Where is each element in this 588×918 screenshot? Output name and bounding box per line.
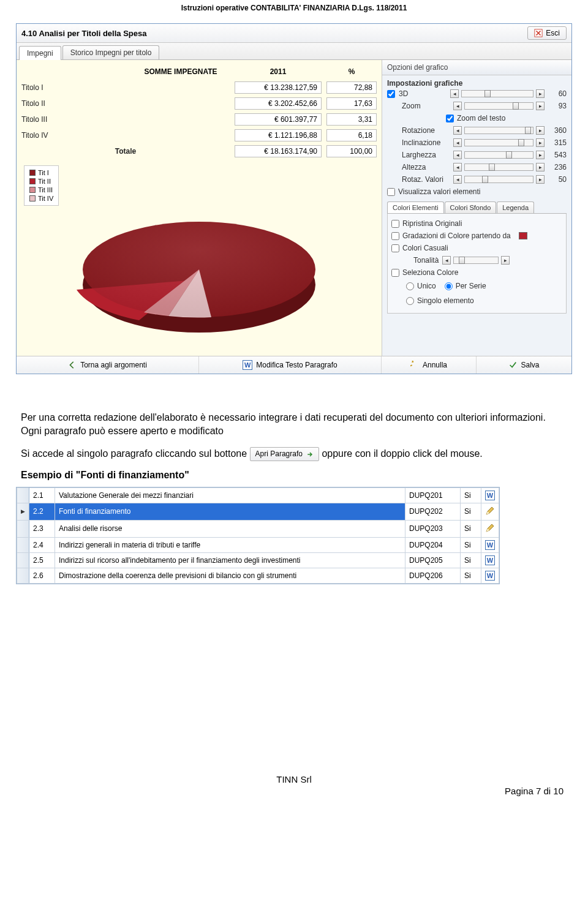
checkbox-visualizza-valori[interactable] xyxy=(387,188,395,196)
checkbox-ripristina[interactable] xyxy=(391,220,399,228)
save-label: Salva xyxy=(521,361,539,369)
row-gutter xyxy=(17,568,29,583)
tab-legenda[interactable]: Legenda xyxy=(497,201,534,213)
cancel-label: Annulla xyxy=(423,361,447,369)
edit-paragraph-button[interactable]: W Modifica Testo Paragrafo xyxy=(199,356,382,374)
value-altezza: 236 xyxy=(548,163,567,171)
value-larghezza: 543 xyxy=(548,151,567,159)
tab-storico[interactable]: Storico Impegni per titolo xyxy=(62,45,160,59)
row-desc: Indirizzi sul ricorso all'indebitamento … xyxy=(55,552,405,568)
checkbox-gradazioni[interactable] xyxy=(391,232,399,240)
table-row[interactable]: 2.3Analisi delle risorseDUPQ203Si xyxy=(17,520,499,537)
col-pct: % xyxy=(324,64,379,80)
col-somme: SOMME IMPEGNATE xyxy=(129,64,232,80)
arrow-left-icon[interactable]: ◂ xyxy=(453,175,462,184)
arrow-left-icon[interactable]: ◂ xyxy=(442,256,451,265)
paragraph-2: Si accede al singolo paragrafo cliccando… xyxy=(21,447,567,461)
slider-tonalita[interactable]: ◂▸ xyxy=(442,256,510,265)
row-icon-cell[interactable] xyxy=(481,503,499,520)
arrow-left-icon[interactable]: ◂ xyxy=(453,138,462,147)
exit-button[interactable]: Esci xyxy=(527,26,567,40)
back-arrow-icon xyxy=(68,361,77,369)
value-rotazione: 360 xyxy=(548,126,567,135)
label-rotazione: Rotazione xyxy=(402,126,450,135)
legend-item: Tit I xyxy=(38,169,49,176)
arrow-left-icon[interactable]: ◂ xyxy=(450,89,459,98)
arrow-left-icon[interactable]: ◂ xyxy=(453,163,462,171)
table-row[interactable]: 2.2Fonti di finanziamentoDUPQ202Si xyxy=(17,503,499,520)
paragraph-1: Per una corretta redazione dell'elaborat… xyxy=(21,411,567,438)
checkbox-seleziona-colore[interactable] xyxy=(391,269,399,277)
save-icon xyxy=(508,361,517,369)
slider-3d[interactable]: ◂▸ xyxy=(450,89,545,98)
color-swatch-icon[interactable] xyxy=(519,232,527,239)
pencil-icon xyxy=(485,506,495,516)
radio-singolo[interactable] xyxy=(406,297,414,305)
arrow-right-icon[interactable]: ▸ xyxy=(536,175,545,184)
tab-impegni[interactable]: Impegni xyxy=(19,46,61,60)
row-label: Titolo I xyxy=(19,80,129,96)
row-si: Si xyxy=(461,552,481,568)
row-icon-cell[interactable] xyxy=(481,520,499,537)
footer-page: Pagina 7 di 10 xyxy=(0,786,588,796)
arrow-right-icon[interactable]: ▸ xyxy=(536,102,545,110)
row-desc: Indirizzi generali in materia di tributi… xyxy=(55,537,405,552)
row-code: DUPQ202 xyxy=(405,503,461,520)
label-altezza: Altezza xyxy=(402,163,450,171)
checkbox-zoom-testo[interactable] xyxy=(446,115,454,122)
slider-altezza[interactable]: ◂▸ xyxy=(453,163,545,171)
row-desc: Valutazione Generale dei mezzi finanziar… xyxy=(55,487,405,503)
table-row[interactable]: 2.4Indirizzi generali in materia di trib… xyxy=(17,537,499,552)
label-per-serie: Per Serie xyxy=(456,282,486,290)
cancel-button[interactable]: Annulla xyxy=(382,356,477,374)
label-seleziona-colore: Seleziona Colore xyxy=(402,268,458,277)
arrow-right-icon[interactable]: ▸ xyxy=(536,126,545,135)
back-button[interactable]: Torna agli argomenti xyxy=(17,356,199,374)
row-pct: 17,63 xyxy=(326,97,377,110)
label-ripristina: Ripristina Originali xyxy=(402,219,462,228)
arrow-right-icon[interactable]: ▸ xyxy=(501,256,510,265)
chart-legend: Tit I Tit II Tit III Tit IV xyxy=(24,165,59,206)
arrow-right-icon[interactable]: ▸ xyxy=(536,138,545,147)
row-icon-cell[interactable]: W xyxy=(481,552,499,568)
arrow-right-icon[interactable]: ▸ xyxy=(536,163,545,171)
radio-per-serie[interactable] xyxy=(445,282,453,290)
checkbox-casuali[interactable] xyxy=(391,244,399,252)
row-value: € 1.121.196,88 xyxy=(235,129,322,141)
save-button[interactable]: Salva xyxy=(477,356,571,374)
row-gutter xyxy=(17,537,29,552)
slider-inclinazione[interactable]: ◂▸ xyxy=(453,138,545,147)
total-pct: 100,00 xyxy=(326,145,377,157)
table-row[interactable]: 2.1Valutazione Generale dei mezzi finanz… xyxy=(17,487,499,503)
arrow-right-icon[interactable]: ▸ xyxy=(536,89,545,98)
tab-colori-elementi[interactable]: Colori Elementi xyxy=(387,201,444,213)
slider-larghezza[interactable]: ◂▸ xyxy=(453,151,545,159)
arrow-left-icon[interactable]: ◂ xyxy=(453,126,462,135)
slider-rotaz-valori[interactable]: ◂▸ xyxy=(453,175,545,184)
arrow-left-icon[interactable]: ◂ xyxy=(453,151,462,159)
row-desc: Analisi delle risorse xyxy=(55,520,405,537)
arrow-right-icon[interactable]: ▸ xyxy=(536,151,545,159)
tab-colori-sfondo[interactable]: Colori Sfondo xyxy=(445,201,497,213)
row-number: 2.6 xyxy=(29,568,55,583)
row-icon-cell[interactable]: W xyxy=(481,487,499,503)
legend-item: Tit IV xyxy=(38,195,53,202)
slider-zoom[interactable]: ◂▸ xyxy=(453,102,545,110)
arrow-left-icon[interactable]: ◂ xyxy=(453,102,462,110)
label-tonalita: Tonalità xyxy=(413,256,439,265)
row-icon-cell[interactable]: W xyxy=(481,537,499,552)
row-icon-cell[interactable]: W xyxy=(481,568,499,583)
row-label: Titolo II xyxy=(19,96,129,111)
app-window: 4.10 Analisi per Titoli della Spesa Esci… xyxy=(16,23,572,374)
word-icon: W xyxy=(485,540,495,550)
checkbox-3d[interactable] xyxy=(387,90,395,98)
table-row[interactable]: 2.6Dimostrazione della coerenza delle pr… xyxy=(17,568,499,583)
radio-unico[interactable] xyxy=(406,282,414,290)
row-number: 2.5 xyxy=(29,552,55,568)
label-3d: 3D xyxy=(399,89,447,98)
slider-rotazione[interactable]: ◂▸ xyxy=(453,126,545,135)
table-row[interactable]: 2.5Indirizzi sul ricorso all'indebitamen… xyxy=(17,552,499,568)
window-titlebar: 4.10 Analisi per Titoli della Spesa Esci xyxy=(17,24,571,43)
svg-point-3 xyxy=(83,222,315,317)
row-si: Si xyxy=(461,568,481,583)
